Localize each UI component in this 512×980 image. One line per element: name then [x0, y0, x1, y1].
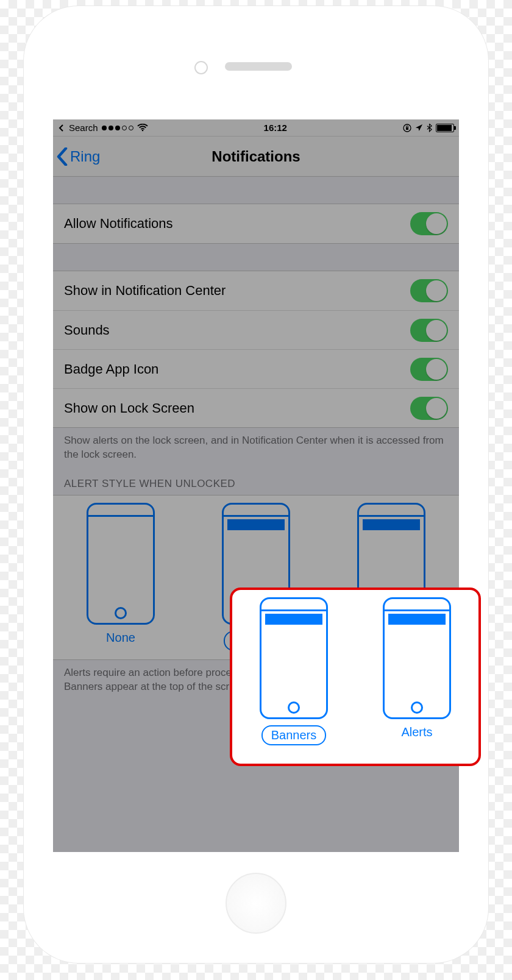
nav-back-label: Ring	[70, 148, 100, 165]
back-to-app-label[interactable]: Search	[69, 122, 98, 133]
front-camera	[194, 61, 208, 74]
svg-point-0	[141, 130, 143, 132]
bluetooth-icon	[427, 123, 432, 132]
page-title: Notifications	[53, 148, 459, 165]
wifi-icon	[137, 124, 148, 132]
toggle-show-in-notification-center[interactable]	[410, 279, 448, 302]
toggle-show-on-lock-screen[interactable]	[410, 397, 448, 420]
toggle-sounds[interactable]	[410, 319, 448, 342]
nav-back-button[interactable]: Ring	[53, 147, 100, 166]
navigation-bar: Ring Notifications	[53, 137, 459, 177]
row-show-in-notification-center: Show in Notification Center	[53, 271, 459, 310]
row-allow-notifications: Allow Notifications	[53, 204, 459, 243]
chevron-left-icon	[57, 147, 68, 166]
alert-style-label: Alerts	[401, 725, 432, 739]
alert-style-option-banners-highlighted[interactable]: Banners	[232, 590, 355, 764]
orientation-lock-icon	[403, 124, 411, 132]
alert-style-option-none[interactable]: None	[53, 503, 188, 651]
phone-alert-icon	[383, 597, 451, 719]
svg-rect-2	[406, 127, 408, 130]
phone-screen: Search 16:12	[53, 119, 459, 852]
home-button[interactable]	[226, 873, 286, 934]
alert-style-section-header: ALERT STYLE WHEN UNLOCKED	[53, 464, 459, 495]
lock-screen-footer-text: Show alerts on the lock screen, and in N…	[53, 428, 459, 464]
toggle-allow-notifications[interactable]	[410, 212, 448, 235]
row-badge-app-icon: Badge App Icon	[53, 349, 459, 388]
alert-style-option-alerts-highlighted[interactable]: Alerts	[355, 590, 478, 764]
row-label: Show on Lock Screen	[64, 400, 194, 416]
phone-outline-icon	[87, 503, 155, 625]
alert-style-label-selected: Banners	[261, 725, 327, 745]
earpiece-speaker	[225, 62, 292, 71]
phone-device-frame: Search 16:12	[24, 6, 488, 963]
row-label: Badge App Icon	[64, 361, 158, 377]
notification-options-group: Show in Notification Center Sounds Badge…	[53, 271, 459, 428]
cellular-signal-icon	[102, 126, 133, 130]
row-sounds: Sounds	[53, 310, 459, 349]
status-bar: Search 16:12	[53, 119, 459, 137]
back-to-app-icon[interactable]	[58, 124, 65, 132]
toggle-badge-app-icon[interactable]	[410, 358, 448, 381]
status-bar-time: 16:12	[148, 122, 403, 133]
annotation-highlight-box: Banners Alerts	[230, 588, 481, 766]
phone-banner-icon	[260, 597, 328, 719]
row-label: Sounds	[64, 322, 110, 338]
location-icon	[415, 124, 423, 132]
row-label: Show in Notification Center	[64, 283, 226, 299]
row-show-on-lock-screen: Show on Lock Screen	[53, 388, 459, 427]
alert-style-label: None	[106, 631, 135, 645]
row-label: Allow Notifications	[64, 216, 173, 232]
allow-notifications-group: Allow Notifications	[53, 204, 459, 244]
battery-icon	[436, 124, 454, 132]
